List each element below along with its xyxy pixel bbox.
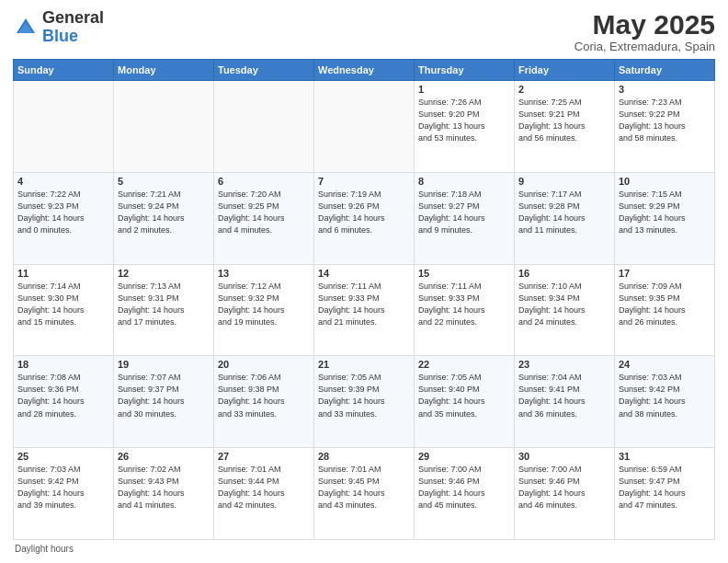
weekday-header-wednesday: Wednesday <box>314 60 415 81</box>
weekday-header-friday: Friday <box>515 60 615 81</box>
day-info: Sunrise: 7:01 AM Sunset: 9:44 PM Dayligh… <box>218 464 310 511</box>
day-info: Sunrise: 7:10 AM Sunset: 9:34 PM Dayligh… <box>518 281 610 328</box>
day-number: 21 <box>318 359 410 370</box>
calendar-cell: 27Sunrise: 7:01 AM Sunset: 9:44 PM Dayli… <box>214 448 314 540</box>
calendar-cell: 7Sunrise: 7:19 AM Sunset: 9:26 PM Daylig… <box>314 172 415 264</box>
day-number: 30 <box>518 451 610 462</box>
day-number: 1 <box>418 84 510 95</box>
calendar-cell: 24Sunrise: 7:03 AM Sunset: 9:42 PM Dayli… <box>615 356 715 448</box>
calendar-cell: 19Sunrise: 7:07 AM Sunset: 9:37 PM Dayli… <box>114 356 214 448</box>
weekday-header-saturday: Saturday <box>615 60 715 81</box>
calendar-cell: 11Sunrise: 7:14 AM Sunset: 9:30 PM Dayli… <box>14 264 114 356</box>
day-number: 26 <box>118 451 210 462</box>
day-number: 28 <box>318 451 410 462</box>
day-number: 6 <box>218 176 310 187</box>
logo-general-text: General <box>42 8 104 27</box>
day-info: Sunrise: 7:11 AM Sunset: 9:33 PM Dayligh… <box>418 281 510 328</box>
day-info: Sunrise: 7:12 AM Sunset: 9:32 PM Dayligh… <box>218 281 310 328</box>
calendar-cell: 17Sunrise: 7:09 AM Sunset: 9:35 PM Dayli… <box>615 264 715 356</box>
week-row-4: 18Sunrise: 7:08 AM Sunset: 9:36 PM Dayli… <box>14 356 715 448</box>
day-info: Sunrise: 7:17 AM Sunset: 9:28 PM Dayligh… <box>518 189 610 236</box>
day-number: 5 <box>118 176 210 187</box>
day-info: Sunrise: 7:03 AM Sunset: 9:42 PM Dayligh… <box>17 464 109 511</box>
day-number: 8 <box>418 176 510 187</box>
day-number: 24 <box>619 359 711 370</box>
calendar-cell: 13Sunrise: 7:12 AM Sunset: 9:32 PM Dayli… <box>214 264 314 356</box>
page: General Blue May 2025 Coria, Extremadura… <box>0 0 728 563</box>
day-number: 23 <box>518 359 610 370</box>
day-info: Sunrise: 7:23 AM Sunset: 9:22 PM Dayligh… <box>619 97 711 144</box>
calendar-cell: 18Sunrise: 7:08 AM Sunset: 9:36 PM Dayli… <box>14 356 114 448</box>
header: General Blue May 2025 Coria, Extremadura… <box>13 9 715 53</box>
day-number: 11 <box>17 268 109 279</box>
day-info: Sunrise: 7:07 AM Sunset: 9:37 PM Dayligh… <box>118 372 210 419</box>
day-info: Sunrise: 7:18 AM Sunset: 9:27 PM Dayligh… <box>418 189 510 236</box>
day-number: 3 <box>619 84 711 95</box>
calendar-cell <box>114 81 214 173</box>
calendar-cell: 5Sunrise: 7:21 AM Sunset: 9:24 PM Daylig… <box>114 172 214 264</box>
weekday-header-thursday: Thursday <box>415 60 515 81</box>
footer-note: Daylight hours <box>13 544 715 554</box>
day-number: 10 <box>619 176 711 187</box>
day-info: Sunrise: 7:11 AM Sunset: 9:33 PM Dayligh… <box>318 281 410 328</box>
calendar-cell: 15Sunrise: 7:11 AM Sunset: 9:33 PM Dayli… <box>415 264 515 356</box>
calendar-cell: 2Sunrise: 7:25 AM Sunset: 9:21 PM Daylig… <box>515 81 615 173</box>
day-info: Sunrise: 7:04 AM Sunset: 9:41 PM Dayligh… <box>518 372 610 419</box>
day-info: Sunrise: 7:13 AM Sunset: 9:31 PM Dayligh… <box>118 281 210 328</box>
day-info: Sunrise: 7:00 AM Sunset: 9:46 PM Dayligh… <box>518 464 610 511</box>
calendar-cell: 9Sunrise: 7:17 AM Sunset: 9:28 PM Daylig… <box>515 172 615 264</box>
day-number: 25 <box>17 451 109 462</box>
day-number: 16 <box>518 268 610 279</box>
title-block: May 2025 Coria, Extremadura, Spain <box>574 9 715 53</box>
calendar-cell: 22Sunrise: 7:05 AM Sunset: 9:40 PM Dayli… <box>415 356 515 448</box>
day-number: 7 <box>318 176 410 187</box>
logo: General Blue <box>13 9 104 46</box>
day-number: 17 <box>619 268 711 279</box>
day-info: Sunrise: 7:02 AM Sunset: 9:43 PM Dayligh… <box>118 464 210 511</box>
day-number: 14 <box>318 268 410 279</box>
calendar-cell: 30Sunrise: 7:00 AM Sunset: 9:46 PM Dayli… <box>515 448 615 540</box>
day-info: Sunrise: 7:06 AM Sunset: 9:38 PM Dayligh… <box>218 372 310 419</box>
calendar-cell: 4Sunrise: 7:22 AM Sunset: 9:23 PM Daylig… <box>14 172 114 264</box>
calendar-cell: 3Sunrise: 7:23 AM Sunset: 9:22 PM Daylig… <box>615 81 715 173</box>
day-info: Sunrise: 7:20 AM Sunset: 9:25 PM Dayligh… <box>218 189 310 236</box>
calendar-cell: 28Sunrise: 7:01 AM Sunset: 9:45 PM Dayli… <box>314 448 415 540</box>
day-number: 19 <box>118 359 210 370</box>
calendar-cell: 8Sunrise: 7:18 AM Sunset: 9:27 PM Daylig… <box>415 172 515 264</box>
logo-blue-text: Blue <box>42 27 78 45</box>
week-row-3: 11Sunrise: 7:14 AM Sunset: 9:30 PM Dayli… <box>14 264 715 356</box>
day-info: Sunrise: 7:00 AM Sunset: 9:46 PM Dayligh… <box>418 464 510 511</box>
calendar-cell <box>14 81 114 173</box>
day-info: Sunrise: 7:05 AM Sunset: 9:39 PM Dayligh… <box>318 372 410 419</box>
calendar-cell: 14Sunrise: 7:11 AM Sunset: 9:33 PM Dayli… <box>314 264 415 356</box>
calendar-cell: 16Sunrise: 7:10 AM Sunset: 9:34 PM Dayli… <box>515 264 615 356</box>
day-info: Sunrise: 7:15 AM Sunset: 9:29 PM Dayligh… <box>619 189 711 236</box>
week-row-2: 4Sunrise: 7:22 AM Sunset: 9:23 PM Daylig… <box>14 172 715 264</box>
day-number: 20 <box>218 359 310 370</box>
calendar-cell: 20Sunrise: 7:06 AM Sunset: 9:38 PM Dayli… <box>214 356 314 448</box>
day-info: Sunrise: 7:21 AM Sunset: 9:24 PM Dayligh… <box>118 189 210 236</box>
week-row-5: 25Sunrise: 7:03 AM Sunset: 9:42 PM Dayli… <box>14 448 715 540</box>
weekday-header-sunday: Sunday <box>14 60 114 81</box>
weekday-header-tuesday: Tuesday <box>214 60 314 81</box>
day-number: 13 <box>218 268 310 279</box>
day-info: Sunrise: 7:26 AM Sunset: 9:20 PM Dayligh… <box>418 97 510 144</box>
day-info: Sunrise: 7:01 AM Sunset: 9:45 PM Dayligh… <box>318 464 410 511</box>
calendar-cell: 29Sunrise: 7:00 AM Sunset: 9:46 PM Dayli… <box>415 448 515 540</box>
day-info: Sunrise: 7:22 AM Sunset: 9:23 PM Dayligh… <box>17 189 109 236</box>
day-info: Sunrise: 7:05 AM Sunset: 9:40 PM Dayligh… <box>418 372 510 419</box>
day-info: Sunrise: 7:14 AM Sunset: 9:30 PM Dayligh… <box>17 281 109 328</box>
day-number: 4 <box>17 176 109 187</box>
calendar-cell: 26Sunrise: 7:02 AM Sunset: 9:43 PM Dayli… <box>114 448 214 540</box>
calendar-cell: 21Sunrise: 7:05 AM Sunset: 9:39 PM Dayli… <box>314 356 415 448</box>
day-number: 22 <box>418 359 510 370</box>
calendar-cell: 10Sunrise: 7:15 AM Sunset: 9:29 PM Dayli… <box>615 172 715 264</box>
day-info: Sunrise: 7:25 AM Sunset: 9:21 PM Dayligh… <box>518 97 610 144</box>
calendar-cell <box>214 81 314 173</box>
month-title: May 2025 <box>574 9 715 40</box>
calendar-cell: 25Sunrise: 7:03 AM Sunset: 9:42 PM Dayli… <box>14 448 114 540</box>
day-number: 31 <box>619 451 711 462</box>
calendar-cell: 31Sunrise: 6:59 AM Sunset: 9:47 PM Dayli… <box>615 448 715 540</box>
calendar-cell: 6Sunrise: 7:20 AM Sunset: 9:25 PM Daylig… <box>214 172 314 264</box>
calendar-cell: 23Sunrise: 7:04 AM Sunset: 9:41 PM Dayli… <box>515 356 615 448</box>
